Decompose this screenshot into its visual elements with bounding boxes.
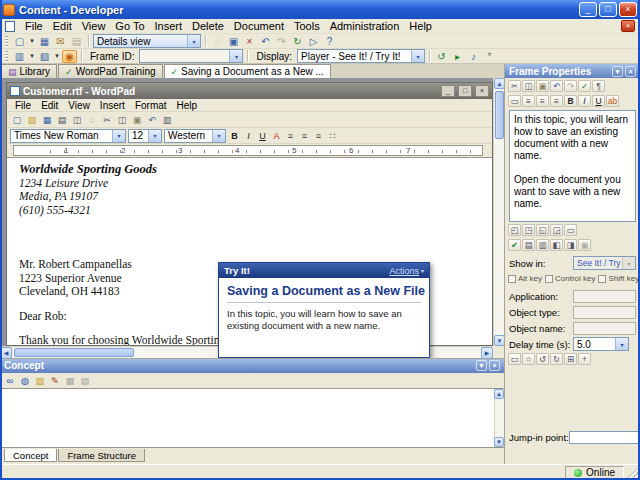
redo-icon[interactable]: ↷ [274, 35, 289, 48]
menu-file[interactable]: File [20, 20, 48, 32]
delete-icon[interactable]: × [242, 35, 257, 48]
bubble-pointer-bottom-left-icon[interactable]: ◱ [536, 224, 549, 236]
tab-saving-a-document[interactable]: ✓ Saving a Document as a New ... [164, 64, 331, 78]
align-right-icon[interactable]: ≡ [550, 95, 563, 107]
show-bubble-icon[interactable]: ✔ [508, 239, 521, 251]
insert-frame-dropdown-icon[interactable]: ▾ [28, 50, 36, 63]
open-icon[interactable]: ▧ [25, 113, 39, 126]
alt-key-checkbox[interactable] [508, 275, 516, 283]
underline-icon[interactable]: U [592, 95, 605, 107]
image-left-icon[interactable]: ◧ [550, 239, 563, 251]
preview-icon[interactable]: ▷ [306, 35, 321, 48]
menu-view[interactable]: View [77, 20, 111, 32]
datetime-icon[interactable]: ▥ [160, 113, 174, 126]
translate-icon[interactable]: ¶ [592, 80, 605, 92]
insert-frame-icon[interactable]: ▥ [12, 50, 27, 63]
menu-insert[interactable]: Insert [150, 20, 188, 32]
cut-icon[interactable]: ✂ [508, 80, 521, 92]
send-for-review-icon[interactable]: ✉ [53, 35, 68, 48]
insert-table-icon[interactable]: ▦ [63, 374, 77, 387]
tab-frame-structure[interactable]: Frame Structure [58, 449, 145, 462]
menu-document[interactable]: Document [229, 20, 289, 32]
grid-icon[interactable]: ⊞ [564, 353, 577, 365]
menu-edit[interactable]: Edit [48, 20, 77, 32]
maximize-button[interactable]: □ [599, 2, 617, 17]
vertical-scrollbar[interactable]: ▲ ▼ [493, 78, 504, 346]
scroll-down-icon[interactable]: ▼ [494, 335, 504, 346]
insert-link-icon[interactable]: ∞ [3, 374, 17, 387]
menu-administration[interactable]: Administration [325, 20, 405, 32]
area-select-icon[interactable]: ▭ [508, 353, 521, 365]
italic-icon[interactable]: I [578, 95, 591, 107]
crosshair-icon[interactable]: + [578, 353, 591, 365]
insert-object-dropdown-icon[interactable]: ▾ [53, 50, 61, 63]
frame-settings-icon[interactable]: * [482, 50, 497, 63]
align-left-icon[interactable]: ≡ [284, 129, 297, 142]
menu-tools[interactable]: Tools [289, 20, 325, 32]
bubble-text-editor[interactable]: In this topic, you will learn how to sav… [509, 110, 636, 222]
align-left-icon[interactable]: ≡ [522, 95, 535, 107]
menu-delete[interactable]: Delete [187, 20, 229, 32]
align-center-icon[interactable]: ≡ [298, 129, 311, 142]
tab-concept[interactable]: Concept [4, 449, 57, 462]
image-none-icon[interactable]: ▣ [578, 239, 591, 251]
horizontal-scroll-thumb[interactable] [14, 348, 134, 357]
highlight-icon[interactable]: ab [606, 95, 619, 107]
rotate-right-icon[interactable]: ↻ [550, 353, 563, 365]
recapture-screen-icon[interactable]: ◉ [62, 50, 77, 63]
scroll-down-icon[interactable]: ▼ [494, 437, 504, 447]
view-selector[interactable]: Details view ▾ [93, 34, 201, 48]
tab-library[interactable]: ▤ Library [1, 64, 57, 78]
tryit-title-bar[interactable]: Try It! Actions ▾ [219, 263, 429, 278]
chevron-down-icon[interactable]: ▾ [411, 50, 424, 62]
font-color-icon[interactable]: A [270, 129, 283, 142]
bullets-icon[interactable]: ∷ [326, 129, 339, 142]
print-icon[interactable]: ▤ [55, 113, 69, 126]
menu-help[interactable]: Help [404, 20, 437, 32]
undo-icon[interactable]: ↶ [145, 113, 159, 126]
jump-in-point-field[interactable] [569, 431, 640, 444]
close-document-button[interactable]: × [621, 20, 635, 32]
copy-icon[interactable]: ◫ [115, 113, 129, 126]
underline-icon[interactable]: U [256, 129, 269, 142]
paste-icon[interactable]: ▣ [536, 80, 549, 92]
rotate-left-icon[interactable]: ↺ [536, 353, 549, 365]
print-preview-icon[interactable]: ◫ [70, 113, 84, 126]
bubble-template-icon[interactable]: ▭ [508, 95, 521, 107]
bubble-pointer-bottom-right-icon[interactable]: ◲ [550, 224, 563, 236]
frame-id-select[interactable]: ▾ [139, 49, 243, 63]
image-right-icon[interactable]: ◨ [564, 239, 577, 251]
insert-object-icon[interactable]: ▧ [37, 50, 52, 63]
help-icon[interactable]: ? [322, 35, 337, 48]
refresh-player-icon[interactable]: ↺ [434, 50, 449, 63]
vertical-scroll-thumb[interactable] [495, 91, 504, 139]
undo-icon[interactable]: ↶ [550, 80, 563, 92]
save-icon[interactable]: ▦ [40, 113, 54, 126]
delay-time-select[interactable]: 5.0 ▾ [573, 337, 629, 351]
close-panel-icon[interactable]: × [489, 360, 500, 371]
bubble-pointer-top-left-icon[interactable]: ◰ [508, 224, 521, 236]
scroll-up-icon[interactable]: ▲ [494, 389, 504, 399]
new-document-icon[interactable]: ▢ [12, 35, 27, 48]
toolbar-grip[interactable] [5, 36, 8, 47]
redo-icon[interactable]: ↷ [564, 80, 577, 92]
bubble-style-icon[interactable]: ▤ [522, 239, 535, 251]
auto-hide-pin-icon[interactable]: ▾ [612, 66, 623, 77]
actions-menu[interactable]: Actions ▾ [389, 266, 424, 276]
paste-icon[interactable]: ▣ [130, 113, 144, 126]
align-center-icon[interactable]: ≡ [536, 95, 549, 107]
control-key-checkbox[interactable] [545, 275, 553, 283]
bubble-no-pointer-icon[interactable]: ▭ [564, 224, 577, 236]
resize-grip[interactable] [626, 466, 638, 478]
new-icon[interactable]: ▢ [10, 113, 24, 126]
minimize-button[interactable]: _ [579, 2, 597, 17]
new-document-dropdown-icon[interactable]: ▾ [28, 35, 36, 48]
menu-go-to[interactable]: Go To [110, 20, 149, 32]
circle-select-icon[interactable]: ○ [522, 353, 535, 365]
save-icon[interactable]: ▦ [37, 35, 52, 48]
scroll-up-icon[interactable]: ▲ [494, 78, 504, 89]
shift-key-checkbox[interactable] [598, 275, 606, 283]
find-icon[interactable]: ◌ [210, 35, 225, 48]
concept-editor[interactable]: ▲ ▼ [0, 388, 504, 448]
bubble-pointer-top-right-icon[interactable]: ◳ [522, 224, 535, 236]
